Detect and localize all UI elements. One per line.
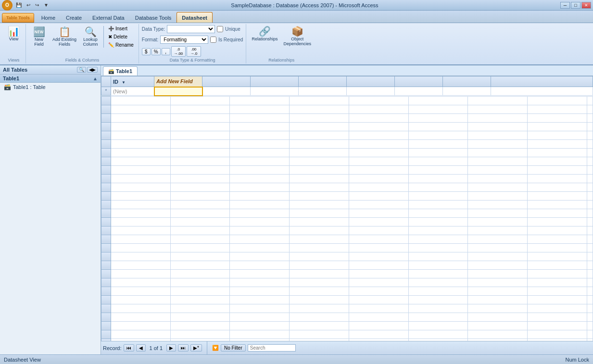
tab-external-data[interactable]: External Data: [87, 12, 130, 23]
filler-cell: [527, 105, 587, 113]
view-button[interactable]: 📊 View: [5, 25, 23, 43]
filler-cell: [468, 304, 528, 313]
filler-cell: [408, 96, 468, 105]
filler-cell: [111, 295, 171, 304]
datasheet[interactable]: ID ▼ Add New Field: [101, 76, 593, 341]
window-controls: ─ □ ✕: [559, 2, 591, 9]
tab-create[interactable]: Create: [61, 12, 87, 23]
filler-cell: [230, 122, 290, 131]
id-sort-arrow[interactable]: ▼: [122, 80, 126, 85]
filler-cell: [527, 191, 587, 200]
filler-cell: [290, 96, 349, 105]
filler-cell: [111, 113, 171, 122]
last-record-button[interactable]: ⏭: [178, 344, 189, 351]
new-field-input-cell[interactable]: [154, 87, 202, 96]
search-input[interactable]: [248, 344, 296, 351]
filler-cell: [290, 278, 349, 287]
qat-undo[interactable]: ↩: [25, 2, 32, 8]
nav-collapse-button[interactable]: ▲: [93, 76, 98, 81]
filler-cell: [527, 269, 587, 278]
add-existing-fields-button[interactable]: 📋 Add ExistingFields: [50, 25, 79, 48]
first-record-button[interactable]: ⏮: [124, 344, 134, 351]
empty-data-5: [395, 87, 443, 96]
filler-cell: [290, 235, 349, 243]
filler-cell: [587, 122, 593, 131]
filler-cell: [527, 243, 587, 252]
col-header-id[interactable]: ID ▼: [111, 76, 154, 87]
empty-row: [101, 243, 593, 252]
percent-format-button[interactable]: %: [151, 48, 161, 55]
separator1: [103, 26, 104, 48]
close-button[interactable]: ✕: [581, 2, 591, 9]
new-record-button[interactable]: ▶*: [190, 344, 202, 351]
comma-format-button[interactable]: ,: [162, 48, 170, 55]
minimize-button[interactable]: ─: [560, 2, 570, 9]
tab-home[interactable]: Home: [36, 12, 61, 23]
empty-row: [101, 304, 593, 313]
relationships-label: Relationships: [268, 58, 294, 63]
qat-redo[interactable]: ↪: [34, 2, 40, 8]
no-filter-button[interactable]: No Filter: [221, 344, 246, 351]
filler-cell: [101, 148, 111, 157]
filler-cell: [101, 252, 111, 261]
office-button[interactable]: O: [2, 0, 13, 11]
maximize-button[interactable]: □: [571, 2, 580, 9]
filler-cell: [587, 243, 593, 252]
filler-cell: [408, 217, 468, 226]
filler-cell: [349, 304, 408, 313]
decimal-decrease-button[interactable]: .00→.0: [187, 46, 201, 57]
filler-cell: [527, 174, 587, 183]
delete-button[interactable]: ✖ Delete: [106, 33, 136, 40]
filler-cell: [527, 252, 587, 261]
filler-cell: [230, 157, 290, 165]
filler-cell: [101, 226, 111, 235]
filler-cell: [527, 226, 587, 235]
col-header-add-new[interactable]: Add New Field: [154, 76, 202, 87]
filler-cell: [290, 252, 349, 261]
new-field-button[interactable]: 🆕 NewField: [29, 25, 49, 48]
dollar-format-button[interactable]: $: [142, 48, 151, 55]
qat-customize[interactable]: ▼: [42, 2, 50, 8]
object-dependencies-button[interactable]: 📦 ObjectDependencies: [281, 25, 314, 48]
table-body: * (New): [101, 87, 593, 96]
rename-button[interactable]: ✏️ Rename: [106, 41, 136, 49]
unique-checkbox[interactable]: [217, 26, 223, 32]
column-header-row: ID ▼ Add New Field: [101, 76, 593, 87]
next-record-button[interactable]: ▶: [166, 344, 176, 351]
object-dep-icon: 📦: [291, 26, 303, 36]
empty-data-3: [299, 87, 347, 96]
filler-cell: [468, 105, 528, 113]
tab-datasheet[interactable]: Datasheet: [177, 12, 213, 23]
filler-cell: [587, 139, 593, 148]
filler-cell: [170, 269, 230, 278]
filler-cell: [468, 226, 528, 235]
nav-search-button[interactable]: 🔍: [77, 67, 86, 73]
nav-chevron-button[interactable]: ◀▶: [87, 67, 98, 73]
row-indicator-header: [101, 76, 111, 87]
tab-database-tools[interactable]: Database Tools: [130, 12, 177, 23]
new-id-cell[interactable]: (New): [111, 87, 154, 96]
is-required-checkbox[interactable]: [210, 37, 216, 43]
nav-item-table1[interactable]: 🗃️ Table1 : Table: [0, 83, 101, 91]
prev-record-button[interactable]: ◀: [136, 344, 146, 351]
data-type-select[interactable]: [167, 25, 215, 33]
filler-cell: [170, 330, 230, 339]
insert-button[interactable]: ➕ Insert: [106, 25, 136, 32]
format-select[interactable]: Formatting: [160, 36, 208, 44]
filler-cell: [290, 261, 349, 269]
qat-save[interactable]: 💾: [14, 2, 23, 8]
lookup-column-button[interactable]: 🔍 LookupColumn: [80, 25, 101, 48]
empty-col-3: [299, 76, 347, 87]
filler-cell: [230, 113, 290, 122]
relationships-button[interactable]: 🔗 Relationships: [249, 25, 280, 43]
filler-cell: [230, 304, 290, 313]
filler-cell: [349, 148, 408, 157]
filler-cell: [170, 243, 230, 252]
table-tab-table1[interactable]: 🗃️ Table1: [103, 66, 138, 75]
current-record: 1 of 1: [150, 345, 163, 351]
filler-cell: [527, 139, 587, 148]
empty-row: [101, 122, 593, 131]
filler-cell: [527, 131, 587, 139]
filler-cell: [587, 330, 593, 339]
decimal-increase-button[interactable]: .0→.00: [171, 46, 186, 57]
